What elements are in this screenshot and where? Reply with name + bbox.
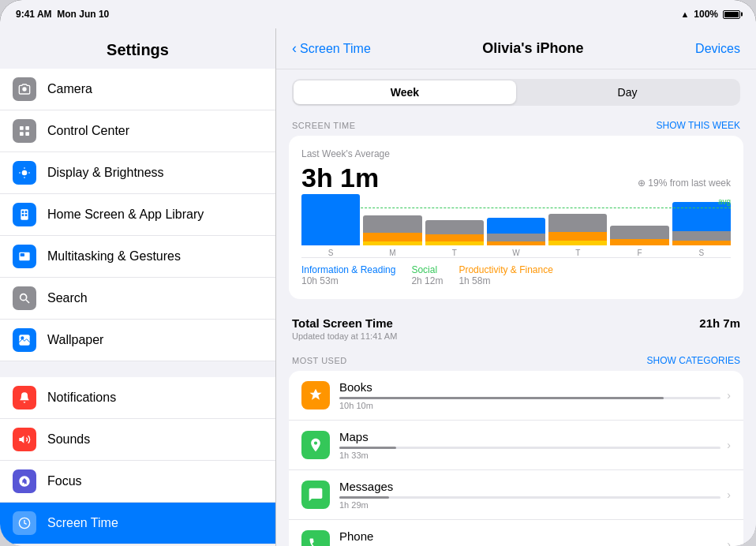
bar-group-1: M xyxy=(363,215,421,257)
books-name: Books xyxy=(339,380,720,394)
segment-week[interactable]: Week xyxy=(294,80,516,104)
status-bar: 9:41 AM Mon Jun 10 ▲ 100% xyxy=(0,0,756,28)
display-brightness-icon xyxy=(13,161,36,185)
maps-name: Maps xyxy=(339,430,720,443)
svg-rect-2 xyxy=(25,126,29,130)
sidebar-item-focus[interactable]: Focus xyxy=(0,461,275,503)
sidebar-item-wallpaper[interactable]: Wallpaper xyxy=(0,320,275,361)
battery-percent: 100% xyxy=(694,9,718,20)
sidebar-item-sounds[interactable]: Sounds xyxy=(0,419,275,461)
messages-chevron-icon: › xyxy=(727,488,731,501)
sidebar-label-camera: Camera xyxy=(47,82,92,96)
most-used-label: MOST USED xyxy=(292,356,347,365)
svg-line-18 xyxy=(26,300,29,303)
avg-line xyxy=(301,208,731,208)
back-chevron-icon: ‹ xyxy=(292,40,297,57)
bar-group-4: T xyxy=(548,214,607,257)
svg-rect-13 xyxy=(22,214,24,216)
phone-app-icon xyxy=(301,530,330,546)
svg-rect-1 xyxy=(20,126,24,130)
books-time: 10h 10m xyxy=(339,401,720,410)
right-panel: ‹ Screen Time Olivia's iPhone Devices We… xyxy=(276,28,756,546)
sidebar-item-home-screen[interactable]: Home Screen & App Library xyxy=(0,194,275,236)
battery-icon xyxy=(723,10,740,19)
nav-bar: ‹ Screen Time Olivia's iPhone Devices xyxy=(276,28,756,69)
notifications-icon xyxy=(13,386,36,410)
sidebar-item-search[interactable]: Search xyxy=(0,278,275,320)
app-row-maps[interactable]: Maps 1h 33m › xyxy=(289,421,743,470)
sidebar-title: Settings xyxy=(0,28,275,69)
messages-name: Messages xyxy=(339,480,720,493)
sidebar-label-wallpaper: Wallpaper xyxy=(47,333,103,347)
status-time: 9:41 AM Mon Jun 10 xyxy=(16,9,109,20)
sidebar-label-notifications: Notifications xyxy=(47,391,116,405)
sidebar-label-focus: Focus xyxy=(47,474,82,488)
control-center-icon xyxy=(13,119,36,143)
devices-button[interactable]: Devices xyxy=(695,42,740,56)
legend-social: Social 2h 12m xyxy=(411,264,443,286)
wifi-icon: ▲ xyxy=(680,9,689,19)
books-app-icon xyxy=(301,381,330,410)
back-button[interactable]: ‹ Screen Time xyxy=(292,40,371,57)
messages-bar-fill xyxy=(339,496,389,499)
messages-app-icon xyxy=(301,481,330,509)
screen-time-label: SCREEN TIME xyxy=(292,121,355,130)
sidebar-label-search: Search xyxy=(47,291,88,305)
svg-point-17 xyxy=(21,294,27,301)
legend-time-1: 2h 12m xyxy=(411,275,443,286)
sidebar-item-multitasking[interactable]: Multitasking & Gestures xyxy=(0,236,275,278)
sidebar-spacer-1 xyxy=(0,361,275,377)
sidebar-item-notifications[interactable]: Notifications xyxy=(0,377,275,419)
app-row-messages[interactable]: Messages 1h 29m › xyxy=(289,470,743,520)
sounds-icon xyxy=(13,428,36,451)
sidebar-item-control-center[interactable]: Control Center xyxy=(0,110,275,152)
sidebar-label-screen-time: Screen Time xyxy=(47,516,118,530)
svg-rect-3 xyxy=(20,132,24,136)
svg-rect-11 xyxy=(22,211,24,213)
app-row-phone[interactable]: Phone 1h 16m › xyxy=(289,520,743,546)
segment-day[interactable]: Day xyxy=(516,80,739,104)
bar-group-5: F xyxy=(610,226,668,257)
sidebar-label-home-screen: Home Screen & App Library xyxy=(47,208,204,222)
content-scroll: SCREEN TIME SHOW THIS WEEK Last Week's A… xyxy=(276,112,756,546)
messages-info: Messages 1h 29m xyxy=(339,480,720,510)
svg-point-0 xyxy=(22,87,26,91)
maps-info: Maps 1h 33m xyxy=(339,430,720,460)
show-categories-button[interactable]: SHOW CATEGORIES xyxy=(647,355,740,366)
total-label: Total Screen Time xyxy=(292,316,393,330)
segment-control: Week Day xyxy=(292,79,740,106)
legend-productivity: Productivity & Finance 1h 58m xyxy=(458,264,552,286)
avg-label: avg xyxy=(718,197,731,206)
maps-bar-container xyxy=(339,447,720,449)
sidebar-list: Camera Control Center Display & Brightne… xyxy=(0,69,275,546)
total-row: Total Screen Time 21h 7m xyxy=(289,309,743,331)
bar-group-2: T xyxy=(425,220,484,257)
back-label: Screen Time xyxy=(300,42,371,56)
maps-time: 1h 33m xyxy=(339,451,720,460)
chart-legend: Information & Reading 10h 53m Social 2h … xyxy=(301,264,731,286)
most-used-section-header: MOST USED SHOW CATEGORIES xyxy=(289,347,743,371)
svg-point-5 xyxy=(22,170,28,176)
legend-time-0: 10h 53m xyxy=(301,275,395,286)
books-bar-fill xyxy=(339,397,664,399)
sidebar-item-screen-time[interactable]: Screen Time xyxy=(0,503,275,544)
screen-time-card: Last Week's Average 3h 1m ⊕ 19% from las… xyxy=(289,136,743,299)
books-info: Books 10h 10m xyxy=(339,380,720,410)
most-used-card: Books 10h 10m › Maps xyxy=(289,371,743,546)
svg-rect-12 xyxy=(25,211,28,213)
home-screen-icon xyxy=(13,203,36,226)
phone-chevron-icon: › xyxy=(727,538,731,546)
svg-rect-14 xyxy=(25,214,28,216)
sidebar-item-camera[interactable]: Camera xyxy=(0,69,275,110)
comparison-text: ⊕ 19% from last week xyxy=(638,178,731,189)
messages-bar-container xyxy=(339,496,720,499)
show-this-week-button[interactable]: SHOW THIS WEEK xyxy=(657,120,740,131)
app-row-books[interactable]: Books 10h 10m › xyxy=(289,371,743,421)
maps-app-icon xyxy=(301,431,330,459)
legend-info-reading: Information & Reading 10h 53m xyxy=(301,264,395,286)
status-indicators: ▲ 100% xyxy=(680,9,740,20)
sidebar-item-display-brightness[interactable]: Display & Brightness xyxy=(0,152,275,194)
phone-name: Phone xyxy=(339,529,720,543)
svg-rect-16 xyxy=(21,253,24,256)
books-chevron-icon: › xyxy=(727,389,731,402)
